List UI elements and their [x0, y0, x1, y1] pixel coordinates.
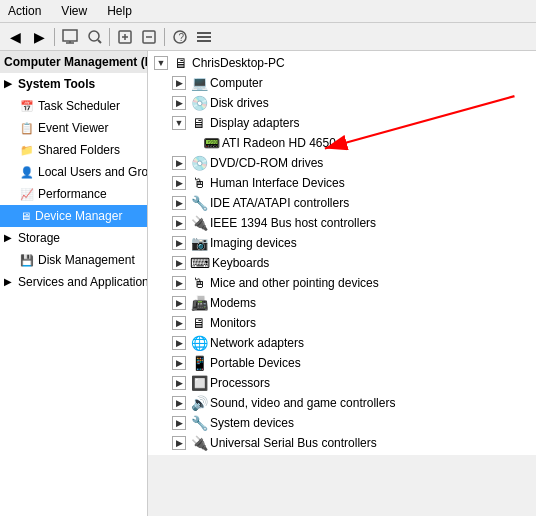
- tree-icon-disk-drives: 💿: [190, 94, 208, 112]
- svg-rect-12: [197, 32, 211, 34]
- svg-rect-0: [63, 30, 77, 41]
- tree-item-imaging[interactable]: ▶ 📷 Imaging devices: [148, 233, 536, 253]
- left-section-system-tools[interactable]: ▶ System Tools: [0, 73, 147, 95]
- tree-expand-network[interactable]: ▶: [172, 336, 186, 350]
- tree-expand-system-devices[interactable]: ▶: [172, 416, 186, 430]
- toolbar-btn-scan[interactable]: [83, 26, 105, 48]
- tree-expand-mice[interactable]: ▶: [172, 276, 186, 290]
- right-panel: ▼ 🖥 ChrisDesktop-PC ▶ 💻 Computer ▶ 💿 Dis…: [148, 51, 536, 455]
- svg-point-3: [89, 31, 99, 41]
- main-layout: Computer Management (Local ▶ System Tool…: [0, 51, 536, 516]
- tree-icon-keyboards: ⌨: [190, 254, 210, 272]
- tree-expand-modems[interactable]: ▶: [172, 296, 186, 310]
- tree-item-ati-radeon[interactable]: 📟 ATI Radeon HD 4650: [148, 133, 536, 153]
- tree-icon-processors: 🔲: [190, 374, 208, 392]
- tree-expand-disk-drives[interactable]: ▶: [172, 96, 186, 110]
- tree-icon-portable: 📱: [190, 354, 208, 372]
- toolbar-separator-1: [54, 28, 55, 46]
- svg-rect-14: [197, 40, 211, 42]
- tree-icon-display-adapters: 🖥: [190, 114, 208, 132]
- tree-expand-ide[interactable]: ▶: [172, 196, 186, 210]
- tree-item-disk-drives[interactable]: ▶ 💿 Disk drives: [148, 93, 536, 113]
- tree-icon-mice: 🖱: [190, 274, 208, 292]
- tree-item-processors[interactable]: ▶ 🔲 Processors: [148, 373, 536, 393]
- tree-root[interactable]: ▼ 🖥 ChrisDesktop-PC: [148, 53, 536, 73]
- tree-expand-sound[interactable]: ▶: [172, 396, 186, 410]
- left-panel: Computer Management (Local ▶ System Tool…: [0, 51, 148, 516]
- tree-expand-ieee[interactable]: ▶: [172, 216, 186, 230]
- tree-item-network[interactable]: ▶ 🌐 Network adapters: [148, 333, 536, 353]
- toolbar: ◀ ▶ ?: [0, 23, 536, 51]
- tree-icon-root: 🖥: [172, 54, 190, 72]
- toolbar-btn-update[interactable]: [114, 26, 136, 48]
- left-section-storage[interactable]: ▶ Storage: [0, 227, 147, 249]
- left-item-services[interactable]: ▶ Services and Applications: [0, 271, 147, 293]
- toolbar-btn-uninstall[interactable]: [138, 26, 160, 48]
- svg-line-4: [98, 40, 101, 43]
- tree-expand-usb[interactable]: ▶: [172, 436, 186, 450]
- tree-icon-usb: 🔌: [190, 434, 208, 452]
- tree-item-computer[interactable]: ▶ 💻 Computer: [148, 73, 536, 93]
- tree-icon-ati: 📟: [202, 134, 220, 152]
- tree-expand-portable[interactable]: ▶: [172, 356, 186, 370]
- tree-item-portable[interactable]: ▶ 📱 Portable Devices: [148, 353, 536, 373]
- tree-icon-system-devices: 🔧: [190, 414, 208, 432]
- tree-item-sound[interactable]: ▶ 🔊 Sound, video and game controllers: [148, 393, 536, 413]
- tree-expand-imaging[interactable]: ▶: [172, 236, 186, 250]
- tree-expand-monitors[interactable]: ▶: [172, 316, 186, 330]
- tree-icon-dvd: 💿: [190, 154, 208, 172]
- toolbar-btn-properties[interactable]: [59, 26, 81, 48]
- toolbar-btn-help[interactable]: ?: [169, 26, 191, 48]
- tree-icon-monitors: 🖥: [190, 314, 208, 332]
- tree-item-modems[interactable]: ▶ 📠 Modems: [148, 293, 536, 313]
- svg-rect-13: [197, 36, 211, 38]
- menu-bar: Action View Help: [0, 0, 536, 23]
- tree-item-ieee[interactable]: ▶ 🔌 IEEE 1394 Bus host controllers: [148, 213, 536, 233]
- left-item-shared-folders[interactable]: 📁 Shared Folders: [0, 139, 147, 161]
- tree-item-ide[interactable]: ▶ 🔧 IDE ATA/ATAPI controllers: [148, 193, 536, 213]
- tree-icon-modems: 📠: [190, 294, 208, 312]
- tree-item-hid[interactable]: ▶ 🖱 Human Interface Devices: [148, 173, 536, 193]
- tree-item-mice[interactable]: ▶ 🖱 Mice and other pointing devices: [148, 273, 536, 293]
- toolbar-separator-3: [164, 28, 165, 46]
- toolbar-separator-2: [109, 28, 110, 46]
- tree-item-display-adapters[interactable]: ▼ 🖥 Display adapters: [148, 113, 536, 133]
- tree-icon-sound: 🔊: [190, 394, 208, 412]
- tree-item-usb[interactable]: ▶ 🔌 Universal Serial Bus controllers: [148, 433, 536, 453]
- tree-icon-ide: 🔧: [190, 194, 208, 212]
- svg-text:?: ?: [179, 32, 185, 43]
- tree-icon-ieee: 🔌: [190, 214, 208, 232]
- tree-expand-processors[interactable]: ▶: [172, 376, 186, 390]
- tree-item-keyboards[interactable]: ▶ ⌨ Keyboards: [148, 253, 536, 273]
- left-item-event-viewer[interactable]: 📋 Event Viewer: [0, 117, 147, 139]
- left-item-local-users[interactable]: 👤 Local Users and Groups: [0, 161, 147, 183]
- menu-help[interactable]: Help: [103, 2, 136, 20]
- toolbar-btn-forward[interactable]: ▶: [28, 26, 50, 48]
- tree-expand-dvd[interactable]: ▶: [172, 156, 186, 170]
- tree-expand-display-adapters[interactable]: ▼: [172, 116, 186, 130]
- tree-expand-computer[interactable]: ▶: [172, 76, 186, 90]
- tree-icon-network: 🌐: [190, 334, 208, 352]
- left-item-performance[interactable]: 📈 Performance: [0, 183, 147, 205]
- tree-expand-root[interactable]: ▼: [154, 56, 168, 70]
- toolbar-btn-more[interactable]: [193, 26, 215, 48]
- toolbar-btn-back[interactable]: ◀: [4, 26, 26, 48]
- left-panel-header: Computer Management (Local: [0, 51, 147, 73]
- tree-expand-keyboards[interactable]: ▶: [172, 256, 186, 270]
- tree-expand-hid[interactable]: ▶: [172, 176, 186, 190]
- tree-item-monitors[interactable]: ▶ 🖥 Monitors: [148, 313, 536, 333]
- left-item-device-manager[interactable]: 🖥 Device Manager: [0, 205, 147, 227]
- tree-item-system-devices[interactable]: ▶ 🔧 System devices: [148, 413, 536, 433]
- left-item-task-scheduler[interactable]: 📅 Task Scheduler: [0, 95, 147, 117]
- menu-action[interactable]: Action: [4, 2, 45, 20]
- right-panel-wrapper: ▼ 🖥 ChrisDesktop-PC ▶ 💻 Computer ▶ 💿 Dis…: [148, 51, 536, 516]
- tree-icon-computer: 💻: [190, 74, 208, 92]
- tree-icon-imaging: 📷: [190, 234, 208, 252]
- menu-view[interactable]: View: [57, 2, 91, 20]
- left-item-disk-management[interactable]: 💾 Disk Management: [0, 249, 147, 271]
- tree-icon-hid: 🖱: [190, 174, 208, 192]
- tree-item-dvd[interactable]: ▶ 💿 DVD/CD-ROM drives: [148, 153, 536, 173]
